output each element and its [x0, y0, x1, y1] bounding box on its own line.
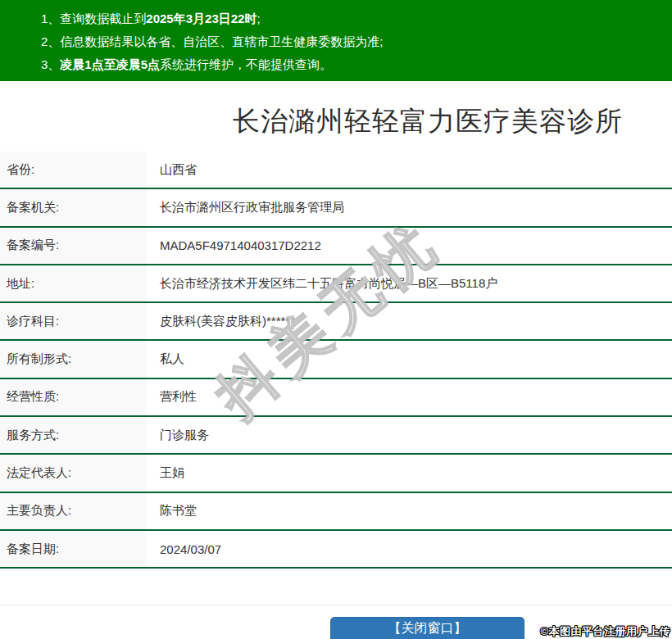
table-row-filing-date: 备案日期: 2024/03/07	[0, 531, 672, 569]
row-value: 营利性	[146, 379, 672, 415]
info-table: 省份: 山西省 备案机关: 长治市潞州区行政审批服务管理局 备案编号: MADA…	[0, 152, 672, 569]
row-value: 2024/03/07	[146, 531, 672, 567]
table-row-business-nature: 经营性质: 营利性	[0, 379, 672, 417]
row-label: 所有制形式:	[0, 341, 146, 377]
row-label: 主要负责人:	[0, 493, 146, 529]
registration-detail-page: 1、查询数据截止到2025年3月23日22时; 2、信息数据结果以各省、自治区、…	[0, 0, 672, 639]
notice-line-1: 1、查询数据截止到2025年3月23日22时;	[41, 7, 672, 30]
page-title: 长治潞州轻轻富力医疗美容诊所	[184, 103, 672, 140]
table-row-filing-authority: 备案机关: 长治市潞州区行政审批服务管理局	[0, 189, 672, 227]
row-value: 陈书堂	[146, 493, 672, 529]
copyright-text: ©本图由平台注册用户上传	[540, 624, 670, 639]
table-row-legal-representative: 法定代表人: 王娟	[0, 455, 672, 492]
notice-line-2: 2、信息数据结果以各省、自治区、直辖市卫生健康委数据为准;	[41, 30, 672, 53]
notice-number: 1、	[41, 11, 60, 25]
row-value: 私人	[146, 341, 672, 377]
row-value: 皮肤科(美容皮肤科)******	[146, 303, 672, 339]
notice-bold-text: 2025年3月23日22时	[146, 11, 257, 25]
notice-bold-text: 凌晨1点至凌晨5点	[60, 57, 160, 71]
row-label: 诊疗科目:	[0, 303, 146, 339]
notice-text: ;	[257, 11, 260, 25]
table-row-province: 省份: 山西省	[0, 152, 672, 189]
row-value: 长治市经济技术开发区纬二十五路富力尚悦居—B区—B5118户	[146, 265, 672, 301]
row-value: 山西省	[146, 152, 672, 188]
table-row-clinical-departments: 诊疗科目: 皮肤科(美容皮肤科)******	[0, 303, 672, 341]
title-area: 长治潞州轻轻富力医疗美容诊所	[0, 81, 672, 152]
table-row-principal-person: 主要负责人: 陈书堂	[0, 493, 672, 531]
close-window-button[interactable]: 【关闭窗口】	[330, 617, 524, 639]
notice-text: 信息数据结果以各省、自治区、直辖市卫生健康委数据为准;	[60, 34, 383, 48]
row-label: 省份:	[0, 152, 146, 188]
notice-number: 3、	[41, 57, 60, 71]
notice-banner: 1、查询数据截止到2025年3月23日22时; 2、信息数据结果以各省、自治区、…	[0, 0, 672, 81]
notice-text: 系统进行维护，不能提供查询。	[160, 57, 332, 71]
row-label: 法定代表人:	[0, 455, 146, 491]
row-value: 长治市潞州区行政审批服务管理局	[146, 189, 672, 225]
notice-line-3: 3、凌晨1点至凌晨5点系统进行维护，不能提供查询。	[41, 53, 672, 76]
row-label: 服务方式:	[0, 417, 146, 453]
row-label: 备案编号:	[0, 228, 146, 264]
row-value: 王娟	[146, 455, 672, 491]
row-label: 地址:	[0, 265, 146, 301]
row-label: 经营性质:	[0, 379, 146, 415]
table-row-address: 地址: 长治市经济技术开发区纬二十五路富力尚悦居—B区—B5118户	[0, 265, 672, 303]
row-value: MADA5F49714040317D2212	[146, 228, 672, 264]
notice-number: 2、	[41, 34, 60, 48]
table-row-filing-number: 备案编号: MADA5F49714040317D2212	[0, 228, 672, 265]
row-label: 备案日期:	[0, 531, 146, 567]
table-row-service-mode: 服务方式: 门诊服务	[0, 417, 672, 455]
notice-text: 查询数据截止到	[60, 11, 146, 25]
table-row-ownership-form: 所有制形式: 私人	[0, 341, 672, 378]
row-value: 门诊服务	[146, 417, 672, 453]
row-label: 备案机关:	[0, 189, 146, 225]
footer: 【关闭窗口】 ©本图由平台注册用户上传	[0, 605, 672, 639]
